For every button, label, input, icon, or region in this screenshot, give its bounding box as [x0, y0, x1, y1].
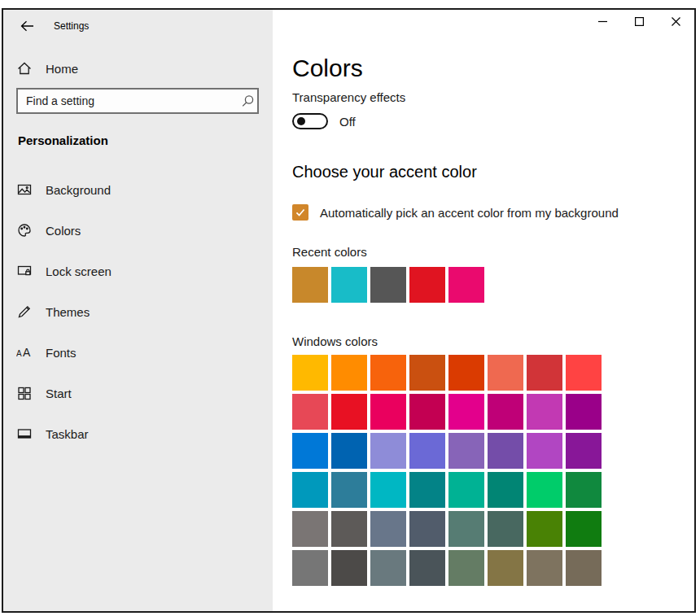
windows-color-swatch[interactable]: [448, 433, 484, 469]
windows-color-swatch[interactable]: [331, 472, 367, 508]
sidebar-item-start[interactable]: Start: [3, 373, 273, 413]
recent-color-swatch[interactable]: [409, 267, 445, 303]
windows-color-swatch[interactable]: [566, 550, 602, 586]
windows-color-swatch[interactable]: [566, 472, 602, 508]
settings-window: Settings Home Personalization: [2, 8, 696, 613]
sidebar-item-colors[interactable]: Colors: [3, 210, 273, 251]
sidebar-item-label: Fonts: [46, 346, 77, 360]
windows-color-swatch[interactable]: [370, 394, 406, 430]
windows-color-swatch[interactable]: [331, 433, 367, 469]
search-icon: [242, 94, 255, 107]
transparency-row: Off: [292, 112, 694, 130]
sidebar: Settings Home Personalization: [3, 10, 273, 611]
recent-colors-grid: [292, 267, 694, 303]
windows-color-swatch[interactable]: [292, 355, 328, 391]
windows-color-swatch[interactable]: [409, 355, 445, 391]
windows-color-swatch[interactable]: [292, 433, 328, 469]
sidebar-item-label: Background: [46, 183, 111, 197]
windows-color-swatch[interactable]: [527, 472, 562, 508]
sidebar-item-label: Start: [46, 387, 72, 400]
windows-color-swatch[interactable]: [488, 511, 523, 547]
windows-color-swatch[interactable]: [331, 550, 367, 586]
maximize-button[interactable]: [621, 10, 658, 33]
windows-color-swatch[interactable]: [527, 355, 562, 391]
windows-color-swatch[interactable]: [331, 394, 367, 430]
recent-color-swatch[interactable]: [331, 267, 367, 303]
windows-color-swatch[interactable]: [488, 355, 523, 391]
sidebar-item-background[interactable]: Background: [3, 169, 273, 210]
windows-color-swatch[interactable]: [370, 511, 406, 547]
windows-color-swatch[interactable]: [566, 355, 602, 391]
windows-color-swatch[interactable]: [527, 433, 562, 469]
back-arrow-icon: [20, 20, 34, 32]
sidebar-item-home[interactable]: Home: [16, 57, 273, 80]
auto-pick-checkbox[interactable]: [292, 204, 308, 221]
home-icon: [16, 60, 33, 76]
windows-color-swatch[interactable]: [566, 511, 602, 547]
windows-color-swatch[interactable]: [566, 394, 602, 430]
background-icon: [16, 181, 33, 198]
windows-color-swatch[interactable]: [370, 550, 406, 586]
colors-icon: [16, 222, 33, 238]
close-icon: [672, 17, 680, 26]
app-title: Settings: [54, 20, 89, 32]
accent-section-title: Choose your accent color: [292, 161, 694, 182]
recent-colors-label: Recent colors: [292, 244, 694, 260]
start-icon: [16, 385, 33, 401]
auto-pick-label: Automatically pick an accent color from …: [320, 206, 619, 220]
search-input[interactable]: [16, 88, 259, 114]
windows-color-swatch[interactable]: [448, 355, 484, 391]
toggle-knob: [297, 117, 305, 125]
windows-color-swatch[interactable]: [527, 550, 562, 586]
windows-color-swatch[interactable]: [331, 355, 367, 391]
sidebar-item-taskbar[interactable]: Taskbar: [3, 413, 273, 454]
recent-color-swatch[interactable]: [448, 267, 484, 303]
windows-color-swatch[interactable]: [488, 472, 523, 508]
page-title: Colors: [292, 54, 694, 83]
sidebar-item-fonts[interactable]: A A Fonts: [3, 332, 273, 373]
windows-color-swatch[interactable]: [409, 511, 445, 547]
toggle-state-label: Off: [339, 115, 356, 129]
svg-text:A: A: [23, 346, 31, 359]
windows-color-swatch[interactable]: [292, 550, 328, 586]
windows-color-swatch[interactable]: [488, 550, 523, 586]
windows-color-swatch[interactable]: [292, 394, 328, 430]
windows-color-swatch[interactable]: [448, 472, 484, 508]
windows-colors-label: Windows colors: [292, 334, 694, 350]
lock-screen-icon: [16, 263, 33, 279]
minimize-button[interactable]: [584, 10, 621, 33]
windows-color-swatch[interactable]: [448, 550, 484, 586]
sidebar-item-lock-screen[interactable]: Lock screen: [3, 251, 273, 291]
windows-color-swatch[interactable]: [409, 394, 445, 430]
recent-color-swatch[interactable]: [292, 267, 328, 303]
home-label: Home: [46, 62, 78, 76]
windows-color-swatch[interactable]: [292, 511, 328, 547]
checkmark-icon: [295, 207, 306, 218]
windows-color-swatch[interactable]: [370, 433, 406, 469]
windows-color-swatch[interactable]: [409, 472, 445, 508]
windows-color-swatch[interactable]: [448, 511, 484, 547]
recent-color-swatch[interactable]: [370, 267, 406, 303]
windows-color-swatch[interactable]: [331, 511, 367, 547]
windows-color-swatch[interactable]: [292, 472, 328, 508]
auto-pick-row: Automatically pick an accent color from …: [292, 203, 694, 221]
windows-color-swatch[interactable]: [488, 394, 523, 430]
windows-color-swatch[interactable]: [566, 433, 602, 469]
windows-color-swatch[interactable]: [370, 472, 406, 508]
transparency-toggle[interactable]: [292, 113, 328, 129]
windows-color-swatch[interactable]: [527, 394, 562, 430]
windows-color-swatch[interactable]: [409, 433, 445, 469]
windows-color-swatch[interactable]: [370, 355, 406, 391]
fonts-icon: A A: [16, 344, 33, 360]
windows-color-swatch[interactable]: [488, 433, 523, 469]
windows-color-swatch[interactable]: [409, 550, 445, 586]
titlebar-left: Settings: [3, 10, 273, 36]
close-button[interactable]: [658, 10, 694, 33]
transparency-label: Transparency effects: [292, 90, 694, 106]
windows-color-swatch[interactable]: [527, 511, 562, 547]
back-button[interactable]: [15, 16, 39, 36]
themes-icon: [16, 304, 33, 320]
main-content: Colors Transparency effects Off Choose y…: [273, 10, 694, 611]
sidebar-item-themes[interactable]: Themes: [3, 291, 273, 332]
windows-color-swatch[interactable]: [448, 394, 484, 430]
